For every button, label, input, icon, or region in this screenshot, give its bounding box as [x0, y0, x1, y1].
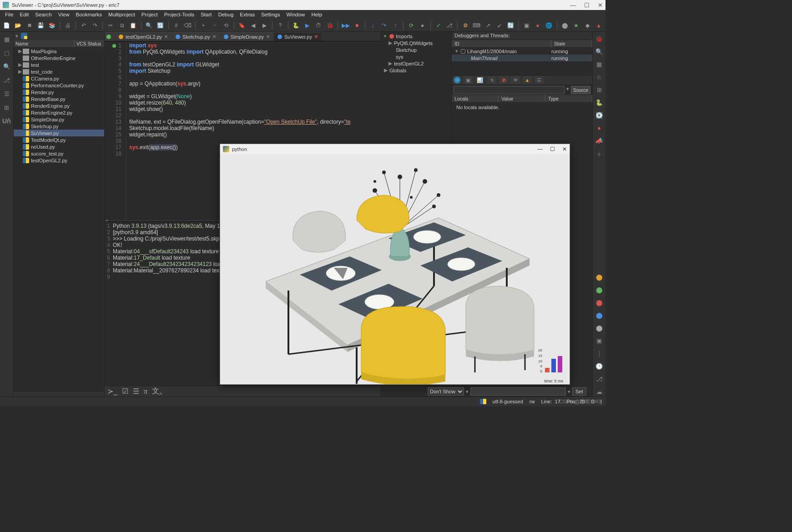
debug-columns[interactable]: ID State — [452, 40, 592, 48]
close-icon[interactable]: ✕ — [598, 2, 603, 9]
col-locals[interactable]: Locals — [452, 95, 499, 102]
misc3-icon[interactable]: ◆ — [582, 20, 592, 30]
import-icon[interactable]: ↙ — [494, 20, 504, 30]
file-tree-item[interactable]: ▶test_code — [14, 68, 104, 75]
file-tree-item[interactable]: ▶test — [14, 61, 104, 68]
graph-icon[interactable]: ⎌ — [594, 72, 604, 82]
opt10-icon[interactable]: ☁ — [594, 386, 604, 396]
debug-btn[interactable]: ▣ — [464, 76, 473, 84]
continue-icon[interactable]: ▶▶ — [341, 20, 351, 30]
chevron-down-icon[interactable]: ▾ — [568, 389, 570, 395]
col-name[interactable]: Name — [14, 40, 75, 47]
debug-btn[interactable]: ☰ — [535, 76, 544, 84]
unittest-icon[interactable]: ✓ — [434, 20, 444, 30]
outline-icon[interactable]: ☰ — [1, 88, 12, 99]
render-canvas[interactable]: 20 15 10 5 0 time: 5 ms — [220, 154, 570, 384]
run-icon[interactable]: ▶ — [303, 20, 313, 30]
menu-view[interactable]: View — [55, 11, 73, 18]
editor-tab[interactable]: SimpleDraw.py✕ — [220, 32, 273, 41]
console-toolbar[interactable]: ≻_ ☑ ☰ π 文A — [105, 386, 380, 396]
debug-icon[interactable]: 🐞 — [325, 20, 335, 30]
file-tree-item[interactable]: TestModelQt.py — [14, 136, 104, 143]
close-file-icon[interactable]: ✖ — [25, 20, 35, 30]
stop-icon[interactable]: ■ — [352, 20, 362, 30]
misc1-icon[interactable]: ⬤ — [560, 20, 570, 30]
file-tree-columns[interactable]: Name VCS Status — [14, 40, 104, 48]
disk-icon[interactable]: 💽 — [594, 110, 604, 120]
col-state[interactable]: State — [551, 40, 592, 47]
opt8-icon[interactable]: 🕒 — [594, 361, 604, 371]
misc2-icon[interactable]: ★ — [571, 20, 581, 30]
dont-show-select[interactable]: Don't Show — [428, 387, 464, 396]
outline-globals[interactable]: ▶ Globals — [380, 67, 451, 74]
left-sidebar-strip[interactable]: ▦ ▢ 🔍 ⎇ ☰ ⊞ Uṅ — [0, 32, 14, 396]
file-tree-item[interactable]: RenderBase.py — [14, 95, 104, 102]
minimize-icon[interactable]: — — [537, 146, 543, 152]
set-button[interactable]: Set — [572, 387, 586, 396]
menu-file[interactable]: File — [2, 11, 17, 18]
source-button[interactable]: Source — [571, 86, 590, 94]
redo-icon[interactable]: ↷ — [90, 20, 100, 30]
misc4-icon[interactable]: ▲ — [594, 20, 604, 30]
outline-item[interactable]: ▶testOpenGL2 — [380, 60, 451, 67]
file-tree-item[interactable]: OtherRenderEngine — [14, 55, 104, 61]
run-python-icon[interactable]: 🐍 — [291, 20, 301, 30]
browser-icon[interactable]: 🌐 — [544, 20, 554, 30]
export-icon[interactable]: ↗ — [483, 20, 493, 30]
debug-btn[interactable]: ↯ — [487, 76, 496, 84]
chevron-down-icon[interactable]: ▾ — [466, 389, 469, 395]
menu-search[interactable]: Search — [32, 11, 55, 18]
chip-icon[interactable]: ▦ — [594, 59, 604, 69]
menu-bar[interactable]: File Edit Search View Bookmarks Multipro… — [0, 10, 605, 19]
maximize-icon[interactable]: ☐ — [584, 2, 590, 9]
break-icon[interactable]: ● — [594, 123, 604, 133]
uncomment-icon[interactable]: ⌫ — [182, 20, 192, 30]
debug-filter-row[interactable]: ▾ Source — [452, 85, 592, 95]
main-toolbar[interactable]: 📄 📂 ✖ 💾 📚 🖨 ↶ ↷ ✂ ⧉ 📋 🔍 🔃 # ⌫ ＋ － ⟲ 🔖 ◀ … — [0, 19, 605, 32]
editor-tab[interactable]: SuViewer.py✕ — [274, 32, 322, 41]
keyboard-icon[interactable]: ⌨ — [472, 20, 482, 30]
save-all-icon[interactable]: 📚 — [47, 20, 57, 30]
search2-icon[interactable]: 🔍 — [1, 61, 12, 72]
col-type[interactable]: Type — [545, 95, 592, 102]
outline-item[interactable]: Sketchup — [380, 46, 451, 53]
project-icon[interactable]: ▢ — [1, 47, 12, 58]
unicode-icon[interactable]: Uṅ — [1, 115, 12, 126]
editor-tab[interactable]: Sketchup.py✕ — [172, 32, 220, 41]
file-tree-panel[interactable]: ▾ Name VCS Status ▶MaxPluginsOtherRender… — [14, 32, 105, 396]
python-render-window[interactable]: python — ☐ ✕ — [220, 144, 570, 385]
thread-row[interactable]: ▾ LihangM1/28004/main running — [452, 48, 592, 55]
file-tree-item[interactable]: RenderEngine.py — [14, 102, 104, 109]
restart-icon[interactable]: ⟳ — [406, 20, 416, 30]
var-icon[interactable]: ⊞ — [594, 85, 604, 95]
open-icon[interactable]: 📂 — [13, 20, 23, 30]
file-tree-item[interactable]: ▶MaxPlugins — [14, 48, 104, 55]
debug-stop-icon[interactable]: ⊘ — [499, 76, 508, 84]
menu-settings[interactable]: Settings — [258, 11, 283, 18]
menu-window[interactable]: Window — [283, 11, 308, 18]
file-tree-item[interactable]: SimpleDraw.py — [14, 116, 104, 123]
tab-run-indicator[interactable] — [105, 32, 115, 41]
vcs-icon[interactable]: ⎇ — [444, 20, 454, 30]
opt6-icon[interactable]: ▣ — [594, 336, 604, 346]
outline-item[interactable]: sys — [380, 53, 451, 60]
display-set-bar[interactable]: Don't Show ▾ ▾ Set — [428, 387, 586, 396]
lens-icon[interactable]: 🔍 — [594, 46, 604, 56]
col-vcs[interactable]: VCS Status — [75, 40, 104, 47]
paste-icon[interactable]: 📋 — [128, 20, 138, 30]
bookmark-icon[interactable]: 🔖 — [237, 20, 247, 30]
file-tree-scrollbar[interactable] — [14, 391, 104, 396]
opt4-icon[interactable]: ⬤ — [594, 310, 604, 320]
bug-icon[interactable]: 🐞 — [594, 34, 604, 44]
record-icon[interactable]: ● — [533, 20, 543, 30]
menu-project-tools[interactable]: Project-Tools — [161, 11, 197, 18]
step-into-icon[interactable]: ↓ — [368, 20, 378, 30]
print-icon[interactable]: 🖨 — [63, 20, 73, 30]
whatsthis-icon[interactable]: ? — [275, 20, 285, 30]
menu-bookmarks[interactable]: Bookmarks — [73, 11, 106, 18]
debug-btn[interactable]: 👁 — [511, 76, 520, 84]
python-window-titlebar[interactable]: python — ☐ ✕ — [220, 144, 570, 154]
cut-icon[interactable]: ✂ — [106, 20, 116, 30]
globe-icon[interactable] — [454, 76, 461, 84]
comment-icon[interactable]: # — [171, 20, 181, 30]
